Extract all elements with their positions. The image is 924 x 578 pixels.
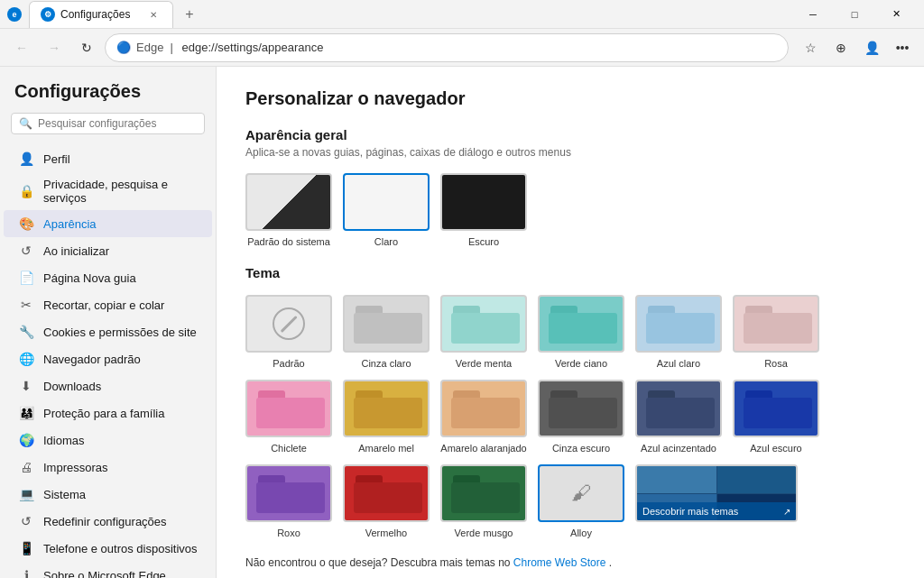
sidebar-label-navegador: Navegador padrão xyxy=(43,353,141,366)
sidebar-item-inicializar[interactable]: ↺ Ao inicializar xyxy=(4,237,212,264)
sidebar-item-downloads[interactable]: ⬇ Downloads xyxy=(4,372,212,399)
sidebar-label-downloads: Downloads xyxy=(43,380,101,393)
theme-escuro[interactable]: Escuro xyxy=(440,173,527,247)
appearance-theme-grid: Padrão do sistema Claro Escuro xyxy=(245,173,895,247)
appearance-section: Aparência geral Aplica-se a novas guias,… xyxy=(245,127,895,247)
tema-chiclete[interactable]: Chiclete xyxy=(245,380,332,454)
sistema-icon: 💻 xyxy=(18,486,34,502)
chrome-web-store-link[interactable]: Chrome Web Store xyxy=(513,556,606,569)
minimize-button[interactable]: ─ xyxy=(792,0,834,29)
sidebar-item-navegador[interactable]: 🌐 Navegador padrão xyxy=(4,345,212,372)
page-title: Personalizar o navegador xyxy=(245,88,895,109)
sidebar-item-novaguia[interactable]: 📄 Página Nova guia xyxy=(4,264,212,291)
tema-label-chiclete: Chiclete xyxy=(271,443,307,454)
profile-icon[interactable]: 👤 xyxy=(857,33,886,62)
sidebar-item-telefone[interactable]: 📱 Telefone e outros dispositivos xyxy=(4,535,212,562)
edge-icon: 🔵 xyxy=(116,41,131,54)
theme-label-sistema: Padrão do sistema xyxy=(247,236,330,247)
privacidade-icon: 🔒 xyxy=(18,183,34,199)
address-bar[interactable]: 🔵 Edge | edge://settings/appearance xyxy=(105,33,789,62)
favorites-icon[interactable]: ☆ xyxy=(796,33,825,62)
tab-favicon: ⚙ xyxy=(41,7,55,22)
aparencia-icon: 🎨 xyxy=(18,216,34,232)
tema-thumb-azulescuro xyxy=(733,380,819,437)
tema-label-cinzaescuro: Cinza escuro xyxy=(552,443,610,454)
tema-amarelomel[interactable]: Amarelo mel xyxy=(343,380,430,454)
tema-thumb-azulacinzentado xyxy=(635,380,722,437)
theme-label-claro: Claro xyxy=(374,236,398,247)
title-bar: e ⚙ Configurações ✕ + ─ □ ✕ xyxy=(0,0,924,29)
address-url: edge://settings/appearance xyxy=(182,41,324,54)
navegador-icon: 🌐 xyxy=(18,351,34,367)
sobre-icon: ℹ xyxy=(18,567,34,578)
tema-thumb-discover: Descobrir mais temas ↗ xyxy=(635,464,798,522)
tema-verdemusgo[interactable]: Verde musgo xyxy=(440,464,527,538)
new-tab-button[interactable]: + xyxy=(177,2,202,27)
recortar-icon: ✂ xyxy=(18,297,34,313)
theme-thumb-claro xyxy=(343,173,430,231)
more-themes-prefix: Não encontrou o que deseja? Descubra mai… xyxy=(245,556,513,569)
sidebar-item-privacidade[interactable]: 🔒 Privacidade, pesquisa e serviços xyxy=(4,172,212,210)
back-button[interactable]: ← xyxy=(7,33,36,62)
address-prefix: Edge | xyxy=(136,41,177,54)
tema-roxo[interactable]: Roxo xyxy=(245,464,332,538)
sidebar-label-inicializar: Ao inicializar xyxy=(43,244,109,258)
tema-thumb-alloy: 🖌 xyxy=(538,464,624,522)
tema-thumb-vermelho xyxy=(343,464,430,522)
tema-rosa[interactable]: Rosa xyxy=(733,295,819,369)
search-box[interactable]: 🔍 xyxy=(11,113,205,134)
collections-icon[interactable]: ⊕ xyxy=(827,33,855,62)
settings-tab[interactable]: ⚙ Configurações ✕ xyxy=(29,1,173,28)
tema-azulclaro[interactable]: Azul claro xyxy=(635,295,722,369)
tema-cinzaescuro[interactable]: Cinza escuro xyxy=(538,380,624,454)
tema-label-amareloalaranjado: Amarelo alaranjado xyxy=(440,443,526,454)
sidebar-item-perfil[interactable]: 👤 Perfil xyxy=(4,145,212,172)
sidebar-title: Configurações xyxy=(0,81,216,113)
tema-thumb-verdementa xyxy=(440,295,527,353)
tema-cinzaclaro[interactable]: Cinza claro xyxy=(343,295,430,369)
sidebar-label-redefinir: Redefinir configurações xyxy=(43,515,167,528)
sidebar-label-sobre: Sobre o Microsoft Edge xyxy=(43,569,166,579)
sidebar-item-sobre[interactable]: ℹ Sobre o Microsoft Edge xyxy=(4,562,212,578)
tab-close-button[interactable]: ✕ xyxy=(145,6,162,23)
tema-grid: Padrão Cinza claro Verde menta xyxy=(245,295,895,538)
tema-alloy[interactable]: 🖌 Alloy xyxy=(538,464,624,538)
sidebar-item-recortar[interactable]: ✂ Recortar, copiar e colar xyxy=(4,291,212,318)
tema-azulescuro[interactable]: Azul escuro xyxy=(733,380,819,454)
sidebar-item-idiomas[interactable]: 🌍 Idiomas xyxy=(4,427,212,454)
sidebar-item-cookies[interactable]: 🔧 Cookies e permissões de site xyxy=(4,318,212,345)
sidebar-item-redefinir[interactable]: ↺ Redefinir configurações xyxy=(4,508,212,535)
tema-verdementa[interactable]: Verde menta xyxy=(440,295,527,369)
tema-discover[interactable]: Descobrir mais temas ↗ xyxy=(635,464,798,538)
close-button[interactable]: ✕ xyxy=(875,0,917,29)
tema-thumb-rosa xyxy=(733,295,819,353)
tema-label-vermelho: Vermelho xyxy=(365,528,407,538)
perfil-icon: 👤 xyxy=(18,151,34,167)
discover-label: Descobrir mais temas xyxy=(642,506,738,517)
search-input[interactable] xyxy=(38,117,197,130)
tema-amareloalaranjado[interactable]: Amarelo alaranjado xyxy=(440,380,527,454)
forward-button[interactable]: → xyxy=(40,33,69,62)
sidebar-item-protecao[interactable]: 👨‍👩‍👧 Proteção para a família xyxy=(4,399,212,427)
tema-thumb-amarelomel xyxy=(343,380,430,437)
theme-claro[interactable]: Claro xyxy=(343,173,430,247)
main-content: Configurações 🔍 👤 Perfil 🔒 Privacidade, … xyxy=(0,67,924,578)
content-area: Personalizar o navegador Aparência geral… xyxy=(217,67,924,578)
refresh-button[interactable]: ↻ xyxy=(72,33,101,62)
more-options-icon[interactable]: ••• xyxy=(888,33,917,62)
sidebar-label-cookies: Cookies e permissões de site xyxy=(43,326,197,339)
tema-vermelho[interactable]: Vermelho xyxy=(343,464,430,538)
impressoras-icon: 🖨 xyxy=(18,459,34,475)
appearance-section-title: Aparência geral xyxy=(245,127,895,142)
sidebar-label-novaguia: Página Nova guia xyxy=(43,271,136,285)
tema-verdeciano[interactable]: Verde ciano xyxy=(538,295,624,369)
idiomas-icon: 🌍 xyxy=(18,432,34,448)
sidebar-item-impressoras[interactable]: 🖨 Impressoras xyxy=(4,454,212,481)
tema-padrao[interactable]: Padrão xyxy=(245,295,332,369)
maximize-button[interactable]: □ xyxy=(834,0,875,29)
sidebar-item-aparencia[interactable]: 🎨 Aparência xyxy=(4,210,212,237)
sidebar-label-perfil: Perfil xyxy=(43,152,70,166)
tema-azulacinzentado[interactable]: Azul acinzentado xyxy=(635,380,722,454)
theme-sistema[interactable]: Padrão do sistema xyxy=(245,173,332,247)
sidebar-item-sistema[interactable]: 💻 Sistema xyxy=(4,481,212,508)
